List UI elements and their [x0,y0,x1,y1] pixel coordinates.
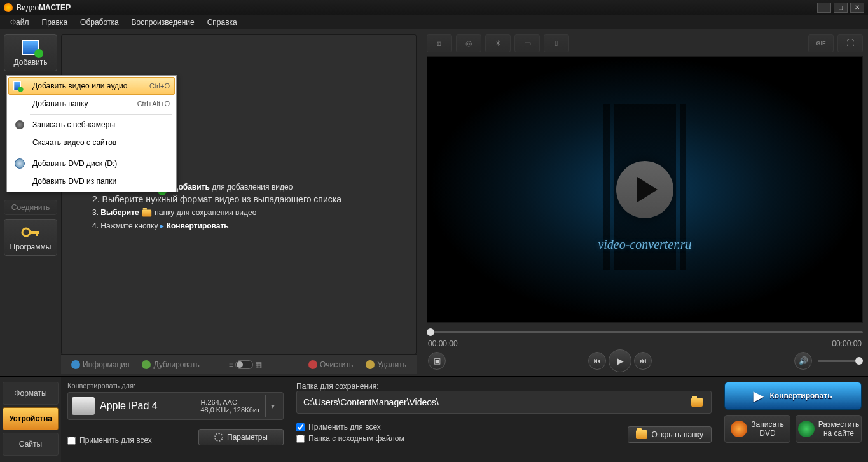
source-folder-checkbox[interactable]: Папка с исходным файлом [296,434,404,443]
duplicate-button[interactable]: Дублировать [137,359,204,370]
preview-area: ⧈ ◎ ☀ ▭ 𓀡 GIF ⛶ video-converter.ru 00:00… [422,29,868,376]
sidebar-connect-button[interactable]: Соединить [4,200,57,215]
svg-point-0 [22,228,30,236]
menu-add-folder[interactable]: Добавить папку Ctrl+Alt+O [8,95,175,113]
volume-slider[interactable] [818,360,863,362]
menu-record-webcam[interactable]: Записать с веб-камеры [8,116,175,134]
trim-button[interactable]: ▭ [514,34,540,52]
convert-button[interactable]: ▶ Конвертировать [724,382,862,410]
globe-icon [798,421,815,437]
open-folder-button[interactable]: Открыть папку [628,426,712,443]
browse-folder-button[interactable] [689,395,705,410]
folder-icon [691,398,703,407]
folder-icon [636,430,647,439]
delete-icon [366,360,375,369]
convert-arrow-icon: ▶ [754,388,763,403]
info-icon [71,360,80,369]
film-plus-icon [20,39,41,57]
video-toolbar: ⧈ ◎ ☀ ▭ 𓀡 GIF ⛶ [427,34,863,56]
sidebar-programs-button[interactable]: Программы [4,219,57,256]
device-codec-line2: 48,0 KHz, 128Кбит [200,406,260,414]
effects-button[interactable]: ◎ [456,34,481,52]
delete-button[interactable]: Удалить [361,359,411,370]
video-preview[interactable]: video-converter.ru [427,56,863,323]
menubar: Файл Правка Обработка Воспроизведение Сп… [0,15,868,29]
menu-add-dvd-folder[interactable]: Добавить DVD из папки [8,172,175,190]
volume-thumb[interactable] [855,357,863,365]
image-icon: ▣ [434,356,441,365]
key-icon [20,223,41,241]
device-thumb-icon [72,397,95,415]
menu-edit[interactable]: Правка [36,17,74,28]
arrow-icon: ▸ [160,221,164,230]
play-icon: ▶ [617,356,624,366]
fullscreen-button[interactable]: ⛶ [837,34,863,52]
snapshot-button[interactable]: ▣ [428,352,446,370]
player-controls: ▣ ⏮ ▶ ⏭ 🔊 [427,348,863,374]
chevron-down-icon[interactable]: ▾ [265,395,279,417]
time-total: 00:00:00 [832,339,862,348]
minimize-button[interactable]: — [817,3,831,13]
device-selector[interactable]: Apple iPad 4 H.264, AAC 48,0 KHz, 128Кби… [67,392,284,420]
sun-icon: ☀ [495,39,502,48]
sidebar-connect-label: Соединить [11,203,50,212]
sidebar-programs-label: Программы [10,242,52,251]
crop-button[interactable]: ⧈ [427,34,452,52]
grid-view-icon: ▦ [255,360,262,369]
device-name: Apple iPad 4 [100,400,195,412]
tab-formats[interactable]: Форматы [3,382,59,405]
mute-button[interactable]: 🔊 [794,352,812,370]
info-button[interactable]: Информация [66,359,134,370]
duplicate-icon [142,360,151,369]
instruction-2: 2. Выберите нужный формат видео из выпад… [92,194,341,204]
format-tabs: Форматы Устройства Сайты [0,377,61,462]
view-toggle[interactable]: ≡ ▦ [229,360,262,369]
dvd-icon [731,421,747,437]
menu-separator [30,114,172,115]
close-button[interactable]: ✕ [850,3,864,13]
menu-add-video-audio[interactable]: Добавить видео или аудио Ctrl+O [8,77,175,95]
dvd-icon [13,157,26,170]
gif-icon: GIF [816,40,826,46]
seek-bar[interactable] [427,323,863,338]
maximize-button[interactable]: □ [834,3,848,13]
next-button[interactable]: ⏭ [634,352,652,370]
apply-all-save-checkbox[interactable]: Применить для всех [296,423,404,431]
menu-download-sites[interactable]: Скачать видео с сайтов [8,134,175,151]
apply-all-convert-checkbox[interactable]: Применить для всех [67,436,152,445]
speed-button[interactable]: 𓀡 [544,34,569,52]
fullscreen-icon: ⛶ [846,39,854,48]
crop-icon: ⧈ [437,39,442,48]
sidebar-add-button[interactable]: Добавить [4,34,57,71]
save-path: C:\Users\ContentManager\Videos\ [303,397,689,407]
menu-process[interactable]: Обработка [74,17,125,28]
instruction-3: 3. Выберите папку для сохранения видео [92,207,341,217]
menu-file[interactable]: Файл [4,17,36,28]
app-title: ВидеоМАСТЕР [17,3,817,12]
seek-thumb[interactable] [427,328,434,336]
convert-panel: Конвертировать для: Apple iPad 4 H.264, … [61,377,290,462]
params-button[interactable]: Параметры [198,429,284,445]
convert-label: Конвертировать для: [67,382,284,389]
clear-icon [308,360,317,369]
list-toolbar: Информация Дублировать ≡ ▦ Очистить Удал… [61,354,417,374]
save-path-row: C:\Users\ContentManager\Videos\ [296,391,712,414]
titlebar: ВидеоМАСТЕР — □ ✕ [0,0,868,15]
burn-dvd-button[interactable]: ЗаписатьDVD [724,415,790,443]
film-plus-icon [13,80,26,92]
clear-button[interactable]: Очистить [303,359,358,370]
menu-add-dvd-disc[interactable]: Добавить DVD диск (D:) [8,155,175,172]
tab-sites[interactable]: Сайты [3,433,59,456]
tab-devices[interactable]: Устройства [3,407,59,430]
gif-button[interactable]: GIF [808,34,834,52]
lens-icon: ◎ [465,39,472,48]
prev-button[interactable]: ⏮ [588,352,606,370]
save-panel: Папка для сохранения: C:\Users\ContentMa… [290,377,718,462]
folder-icon [142,209,151,216]
brightness-button[interactable]: ☀ [485,34,511,52]
menu-playback[interactable]: Воспроизведение [125,17,201,28]
menu-help[interactable]: Справка [201,17,244,28]
play-button[interactable]: ▶ [609,349,631,372]
app-icon [4,3,13,12]
publish-web-button[interactable]: Разместитьна сайте [796,415,862,443]
